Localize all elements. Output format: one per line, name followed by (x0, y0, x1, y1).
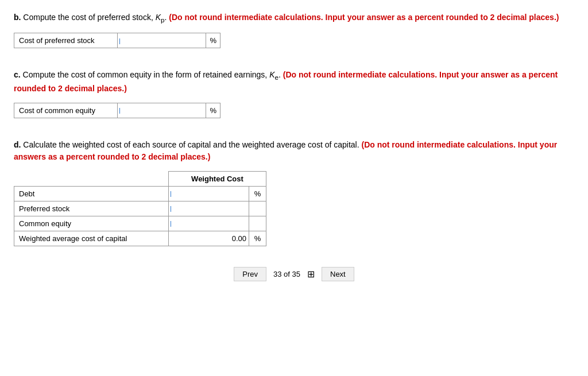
part-d-label: d. (14, 140, 21, 149)
part-d-instruction-plain: Calculate the weighted cost of each sour… (23, 140, 361, 149)
common-equity-label: Common equity (14, 216, 169, 231)
part-c-label: c. (14, 70, 21, 79)
common-equity-pct (249, 216, 266, 231)
table-row-debt: Debt | % (14, 186, 266, 201)
part-c-pct: % (206, 103, 220, 118)
debt-label: Debt (14, 186, 169, 201)
table-row-preferred: Preferred stock | (14, 201, 266, 216)
debt-input-cell: | (169, 186, 249, 201)
part-b-label: b. (14, 13, 21, 22)
debt-input[interactable] (169, 187, 249, 200)
next-button[interactable]: Next (322, 267, 354, 281)
wacc-pct: % (249, 231, 266, 246)
preferred-label: Preferred stock (14, 201, 169, 216)
part-c-instruction-plain: Compute the cost of common equity in the… (23, 70, 283, 79)
part-b-instruction-plain: Compute the cost of preferred stock, Kp. (23, 13, 169, 22)
part-c-input[interactable] (118, 103, 206, 118)
part-b-input[interactable] (118, 33, 206, 48)
common-equity-input[interactable] (169, 217, 249, 230)
debt-pct: % (249, 186, 266, 201)
weighted-cost-table: Weighted Cost Debt | % Preferred stock | (14, 171, 266, 246)
part-d-instruction: d. Calculate the weighted cost of each s… (14, 139, 574, 163)
part-d-block: d. Calculate the weighted cost of each s… (14, 139, 574, 246)
part-c-block: c. Compute the cost of common equity in … (14, 69, 574, 118)
part-b-instruction-bold: (Do not round intermediate calculations.… (169, 13, 559, 22)
part-b-instruction: b. Compute the cost of preferred stock, … (14, 11, 574, 25)
grid-icon: ⊞ (307, 269, 315, 280)
part-c-input-row: Cost of common equity | % (14, 103, 220, 118)
part-b-block: b. Compute the cost of preferred stock, … (14, 11, 574, 48)
preferred-input[interactable] (169, 202, 249, 215)
page-info: 33 of 35 (273, 270, 300, 278)
part-b-row-label: Cost of preferred stock (14, 33, 118, 48)
preferred-pct (249, 201, 266, 216)
part-b-input-cell: | (118, 33, 206, 48)
part-c-row-label: Cost of common equity (14, 103, 118, 118)
table-row-common-equity: Common equity | (14, 216, 266, 231)
wacc-input[interactable] (169, 232, 249, 245)
preferred-input-cell: | (169, 201, 249, 216)
table-row-wacc: Weighted average cost of capital % (14, 231, 266, 246)
table-header-empty (14, 171, 169, 186)
part-b-pct: % (206, 33, 220, 48)
common-equity-input-cell: | (169, 216, 249, 231)
table-header-weighted-cost: Weighted Cost (169, 171, 266, 186)
part-c-instruction: c. Compute the cost of common equity in … (14, 69, 574, 94)
bottom-navigation: Prev 33 of 35 ⊞ Next (14, 267, 574, 281)
prev-button[interactable]: Prev (234, 267, 266, 281)
wacc-label: Weighted average cost of capital (14, 231, 169, 246)
wacc-input-cell (169, 231, 249, 246)
part-c-input-cell: | (118, 103, 206, 118)
part-b-input-row: Cost of preferred stock | % (14, 33, 220, 48)
